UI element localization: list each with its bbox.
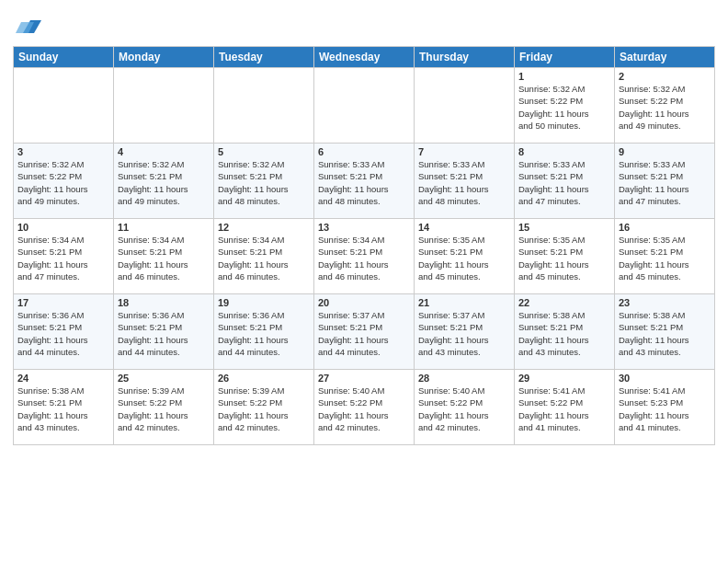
day-info: Sunrise: 5:34 AM Sunset: 5:21 PM Dayligh…: [318, 234, 410, 282]
day-info: Sunrise: 5:34 AM Sunset: 5:21 PM Dayligh…: [218, 234, 310, 282]
calendar-cell: [314, 68, 415, 144]
calendar-week-row: 10Sunrise: 5:34 AM Sunset: 5:21 PM Dayli…: [14, 219, 715, 294]
day-info: Sunrise: 5:32 AM Sunset: 5:21 PM Dayligh…: [118, 158, 210, 207]
calendar-cell: [214, 68, 314, 144]
day-number: 17: [17, 297, 109, 308]
calendar-header-friday: Friday: [515, 47, 615, 68]
day-info: Sunrise: 5:40 AM Sunset: 5:22 PM Dayligh…: [318, 385, 410, 433]
day-number: 18: [118, 297, 210, 308]
calendar-cell: 19Sunrise: 5:36 AM Sunset: 5:21 PM Dayli…: [214, 294, 314, 370]
calendar-cell: 15Sunrise: 5:35 AM Sunset: 5:21 PM Dayli…: [515, 219, 615, 294]
calendar-cell: 27Sunrise: 5:40 AM Sunset: 5:22 PM Dayli…: [314, 370, 415, 445]
day-number: 25: [118, 373, 210, 384]
calendar-cell: 11Sunrise: 5:34 AM Sunset: 5:21 PM Dayli…: [114, 219, 214, 294]
calendar-header-wednesday: Wednesday: [314, 47, 415, 68]
calendar-table: SundayMondayTuesdayWednesdayThursdayFrid…: [13, 46, 715, 445]
calendar-header-monday: Monday: [114, 47, 214, 68]
day-number: 13: [318, 222, 410, 233]
day-info: Sunrise: 5:35 AM Sunset: 5:21 PM Dayligh…: [418, 234, 510, 282]
day-number: 20: [318, 297, 410, 308]
calendar-week-row: 24Sunrise: 5:38 AM Sunset: 5:21 PM Dayli…: [14, 370, 715, 445]
day-number: 4: [118, 146, 210, 157]
day-info: Sunrise: 5:38 AM Sunset: 5:21 PM Dayligh…: [17, 385, 109, 433]
day-info: Sunrise: 5:32 AM Sunset: 5:22 PM Dayligh…: [518, 83, 610, 132]
calendar-header-saturday: Saturday: [615, 47, 715, 68]
calendar-week-row: 3Sunrise: 5:32 AM Sunset: 5:22 PM Daylig…: [14, 144, 715, 219]
calendar-cell: [114, 68, 214, 144]
day-number: 29: [518, 373, 610, 384]
day-info: Sunrise: 5:38 AM Sunset: 5:21 PM Dayligh…: [518, 309, 610, 358]
calendar-cell: 20Sunrise: 5:37 AM Sunset: 5:21 PM Dayli…: [314, 294, 415, 370]
calendar-cell: 4Sunrise: 5:32 AM Sunset: 5:21 PM Daylig…: [114, 144, 214, 219]
calendar-cell: 1Sunrise: 5:32 AM Sunset: 5:22 PM Daylig…: [515, 68, 615, 144]
day-info: Sunrise: 5:37 AM Sunset: 5:21 PM Dayligh…: [418, 309, 510, 358]
day-number: 26: [218, 373, 310, 384]
header: [13, 9, 715, 39]
day-info: Sunrise: 5:36 AM Sunset: 5:21 PM Dayligh…: [118, 309, 210, 358]
day-info: Sunrise: 5:38 AM Sunset: 5:21 PM Dayligh…: [619, 309, 711, 358]
calendar-cell: 28Sunrise: 5:40 AM Sunset: 5:22 PM Dayli…: [415, 370, 515, 445]
calendar-header-sunday: Sunday: [14, 47, 114, 68]
calendar-cell: 18Sunrise: 5:36 AM Sunset: 5:21 PM Dayli…: [114, 294, 214, 370]
day-info: Sunrise: 5:35 AM Sunset: 5:21 PM Dayligh…: [518, 234, 610, 282]
day-number: 24: [17, 373, 109, 384]
calendar-cell: 2Sunrise: 5:32 AM Sunset: 5:22 PM Daylig…: [615, 68, 715, 144]
day-number: 11: [118, 222, 210, 233]
calendar-cell: 26Sunrise: 5:39 AM Sunset: 5:22 PM Dayli…: [214, 370, 314, 445]
day-number: 7: [418, 146, 510, 157]
calendar-cell: 24Sunrise: 5:38 AM Sunset: 5:21 PM Dayli…: [14, 370, 114, 445]
calendar-cell: 7Sunrise: 5:33 AM Sunset: 5:21 PM Daylig…: [415, 144, 515, 219]
calendar-cell: 12Sunrise: 5:34 AM Sunset: 5:21 PM Dayli…: [214, 219, 314, 294]
calendar-cell: 13Sunrise: 5:34 AM Sunset: 5:21 PM Dayli…: [314, 219, 415, 294]
page: SundayMondayTuesdayWednesdayThursdayFrid…: [0, 0, 728, 563]
calendar-cell: 22Sunrise: 5:38 AM Sunset: 5:21 PM Dayli…: [515, 294, 615, 370]
logo-icon: [16, 13, 41, 39]
calendar-cell: 8Sunrise: 5:33 AM Sunset: 5:21 PM Daylig…: [515, 144, 615, 219]
calendar-cell: 6Sunrise: 5:33 AM Sunset: 5:21 PM Daylig…: [314, 144, 415, 219]
day-number: 9: [619, 146, 711, 157]
day-number: 12: [218, 222, 310, 233]
day-info: Sunrise: 5:36 AM Sunset: 5:21 PM Dayligh…: [218, 309, 310, 358]
calendar-cell: 29Sunrise: 5:41 AM Sunset: 5:22 PM Dayli…: [515, 370, 615, 445]
day-info: Sunrise: 5:34 AM Sunset: 5:21 PM Dayligh…: [118, 234, 210, 282]
calendar-header-row: SundayMondayTuesdayWednesdayThursdayFrid…: [14, 47, 715, 68]
day-info: Sunrise: 5:32 AM Sunset: 5:21 PM Dayligh…: [218, 158, 310, 207]
calendar-cell: 16Sunrise: 5:35 AM Sunset: 5:21 PM Dayli…: [615, 219, 715, 294]
calendar-cell: [14, 68, 114, 144]
day-info: Sunrise: 5:39 AM Sunset: 5:22 PM Dayligh…: [118, 385, 210, 433]
day-info: Sunrise: 5:32 AM Sunset: 5:22 PM Dayligh…: [17, 158, 109, 207]
day-info: Sunrise: 5:33 AM Sunset: 5:21 PM Dayligh…: [518, 158, 610, 207]
calendar-cell: 14Sunrise: 5:35 AM Sunset: 5:21 PM Dayli…: [415, 219, 515, 294]
day-info: Sunrise: 5:33 AM Sunset: 5:21 PM Dayligh…: [619, 158, 711, 207]
day-info: Sunrise: 5:34 AM Sunset: 5:21 PM Dayligh…: [17, 234, 109, 282]
day-number: 30: [619, 373, 711, 384]
day-info: Sunrise: 5:41 AM Sunset: 5:22 PM Dayligh…: [518, 385, 610, 433]
calendar-header-tuesday: Tuesday: [214, 47, 314, 68]
day-number: 23: [619, 297, 711, 308]
calendar-cell: 9Sunrise: 5:33 AM Sunset: 5:21 PM Daylig…: [615, 144, 715, 219]
calendar-cell: 10Sunrise: 5:34 AM Sunset: 5:21 PM Dayli…: [14, 219, 114, 294]
day-number: 15: [518, 222, 610, 233]
calendar-cell: 17Sunrise: 5:36 AM Sunset: 5:21 PM Dayli…: [14, 294, 114, 370]
day-number: 16: [619, 222, 711, 233]
calendar-cell: [415, 68, 515, 144]
day-info: Sunrise: 5:40 AM Sunset: 5:22 PM Dayligh…: [418, 385, 510, 433]
day-number: 5: [218, 146, 310, 157]
calendar-cell: 21Sunrise: 5:37 AM Sunset: 5:21 PM Dayli…: [415, 294, 515, 370]
day-number: 28: [418, 373, 510, 384]
day-number: 8: [518, 146, 610, 157]
day-info: Sunrise: 5:33 AM Sunset: 5:21 PM Dayligh…: [318, 158, 410, 207]
day-number: 2: [619, 71, 711, 82]
day-info: Sunrise: 5:35 AM Sunset: 5:21 PM Dayligh…: [619, 234, 711, 282]
day-info: Sunrise: 5:32 AM Sunset: 5:22 PM Dayligh…: [619, 83, 711, 132]
day-info: Sunrise: 5:37 AM Sunset: 5:21 PM Dayligh…: [318, 309, 410, 358]
day-number: 6: [318, 146, 410, 157]
calendar-cell: 30Sunrise: 5:41 AM Sunset: 5:23 PM Dayli…: [615, 370, 715, 445]
day-info: Sunrise: 5:39 AM Sunset: 5:22 PM Dayligh…: [218, 385, 310, 433]
calendar-cell: 3Sunrise: 5:32 AM Sunset: 5:22 PM Daylig…: [14, 144, 114, 219]
calendar-cell: 5Sunrise: 5:32 AM Sunset: 5:21 PM Daylig…: [214, 144, 314, 219]
calendar-cell: 25Sunrise: 5:39 AM Sunset: 5:22 PM Dayli…: [114, 370, 214, 445]
day-info: Sunrise: 5:36 AM Sunset: 5:21 PM Dayligh…: [17, 309, 109, 358]
day-number: 10: [17, 222, 109, 233]
day-info: Sunrise: 5:33 AM Sunset: 5:21 PM Dayligh…: [418, 158, 510, 207]
